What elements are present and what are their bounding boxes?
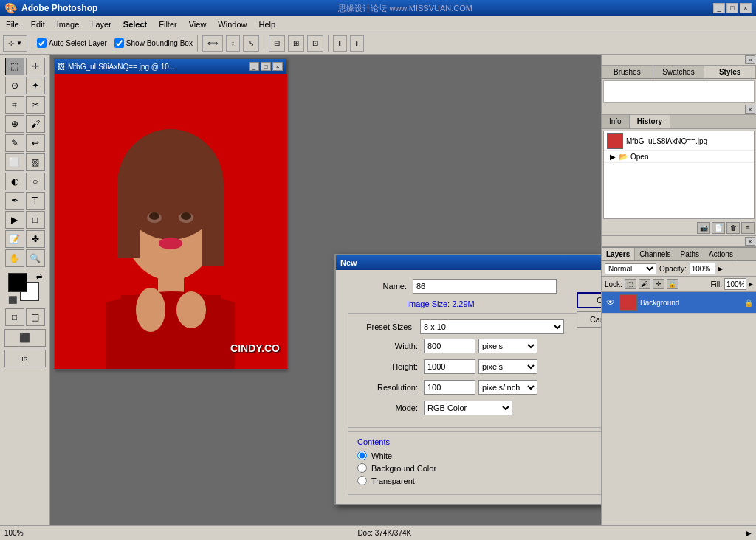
distribute-btn-1[interactable]: ⫿	[333, 35, 347, 52]
transform-btn-1[interactable]: ⟺	[202, 35, 223, 52]
standard-mode[interactable]: □	[5, 308, 24, 326]
width-input[interactable]	[424, 339, 475, 353]
panel-2-close-btn[interactable]: ×	[745, 105, 755, 114]
eraser-tool[interactable]: ⬜	[5, 153, 24, 171]
lasso-tool[interactable]: ⊙	[5, 77, 24, 94]
text-tool[interactable]: T	[26, 192, 45, 210]
quick-mask-mode[interactable]: ◫	[26, 308, 45, 326]
history-delete[interactable]: 🗑	[726, 222, 740, 234]
notes-tool[interactable]: 📝	[5, 230, 24, 248]
gradient-tool[interactable]: ▨	[26, 153, 45, 171]
lock-all-btn[interactable]: 🔒	[667, 279, 678, 289]
history-brush-tool[interactable]: ↩	[26, 134, 45, 152]
auto-select-layer-check[interactable]: Auto Select Layer	[37, 38, 107, 48]
height-input[interactable]	[424, 359, 475, 374]
menu-filter[interactable]: Filter	[153, 18, 182, 30]
history-new-document[interactable]: 📄	[712, 222, 725, 234]
brush-tool[interactable]: 🖌	[26, 115, 45, 133]
align-btn-2[interactable]: ⊞	[288, 35, 304, 52]
move-tool-btn[interactable]: ⊹ ▼	[3, 35, 27, 52]
tab-paths[interactable]: Paths	[676, 248, 705, 260]
menu-file[interactable]: File	[0, 18, 25, 30]
default-colors[interactable]: ⬛	[8, 296, 17, 304]
menu-layer[interactable]: Layer	[85, 18, 117, 30]
layer-item-background[interactable]: 👁 Background 🔒	[602, 292, 756, 314]
fill-input[interactable]	[724, 278, 746, 290]
mode-select[interactable]: RGB Color CMYK Color Grayscale	[424, 401, 512, 415]
clone-stamp-tool[interactable]: ✎	[5, 134, 24, 152]
selection-tool[interactable]: ⬚	[5, 58, 24, 75]
blend-mode-select[interactable]: Normal Multiply Screen	[605, 263, 656, 274]
history-new-snapshot[interactable]: 📷	[697, 222, 710, 234]
move-tool[interactable]: ✛	[26, 58, 45, 75]
heal-tool[interactable]: ⊕	[5, 115, 24, 133]
resolution-unit-select[interactable]: pixels/inch pixels/cm	[478, 380, 537, 395]
imageready-btn[interactable]: IR	[4, 350, 46, 367]
cancel-button[interactable]: Cancel	[577, 311, 601, 328]
lock-move-btn[interactable]: ✛	[653, 279, 664, 289]
distribute-btn-2[interactable]: ⫾	[350, 35, 364, 52]
pen-tool[interactable]: ✒	[5, 192, 24, 210]
dodge-tool[interactable]: ○	[26, 173, 45, 190]
hand-tool[interactable]: ✋	[5, 249, 24, 267]
ok-button[interactable]: OK	[577, 292, 601, 308]
menu-view[interactable]: View	[183, 18, 213, 30]
menu-edit[interactable]: Edit	[25, 18, 51, 30]
tab-channels[interactable]: Channels	[635, 248, 676, 260]
tab-actions[interactable]: Actions	[704, 248, 738, 260]
panel-3-close-btn[interactable]: ×	[745, 237, 755, 246]
bounding-box-checkbox[interactable]	[114, 38, 124, 48]
fill-arrow[interactable]: ▶	[749, 281, 753, 288]
slice-tool[interactable]: ✂	[26, 96, 45, 114]
menu-select[interactable]: Select	[117, 18, 153, 30]
show-bounding-box-check[interactable]: Show Bounding Box	[114, 38, 193, 48]
auto-select-checkbox[interactable]	[37, 38, 47, 48]
history-item-open[interactable]: ▶ 📂 Open	[604, 151, 754, 163]
tab-layers[interactable]: Layers	[602, 248, 635, 260]
blur-tool[interactable]: ◐	[5, 173, 24, 190]
close-button[interactable]: ×	[740, 3, 752, 13]
history-menu[interactable]: ≡	[741, 222, 755, 234]
eyedropper-tool[interactable]: ✤	[26, 230, 45, 248]
screen-mode-btn[interactable]: ⬛	[4, 329, 46, 347]
tab-styles[interactable]: Styles	[704, 66, 756, 78]
tab-brushes[interactable]: Brushes	[602, 66, 653, 78]
opacity-input[interactable]	[690, 263, 715, 274]
align-btn-3[interactable]: ⊡	[307, 35, 323, 52]
image-window-controls[interactable]: _ □ ×	[249, 62, 283, 71]
width-unit-select[interactable]: pixels inches cm	[478, 339, 537, 353]
tab-info[interactable]: Info	[602, 115, 630, 128]
zoom-tool[interactable]: 🔍	[26, 249, 45, 267]
tab-history[interactable]: History	[630, 115, 670, 128]
opacity-arrow[interactable]: ▶	[718, 266, 723, 272]
menu-help[interactable]: Help	[252, 18, 281, 30]
transform-btn-2[interactable]: ↕	[226, 35, 240, 52]
magic-wand-tool[interactable]: ✦	[26, 77, 45, 94]
menu-window[interactable]: Window	[212, 18, 252, 30]
path-select-tool[interactable]: ▶	[5, 211, 24, 229]
image-maximize[interactable]: □	[261, 62, 271, 71]
lock-transparent-btn[interactable]: ⬚	[625, 279, 636, 289]
radio-transparent[interactable]	[357, 476, 367, 485]
foreground-color-swatch[interactable]	[8, 273, 27, 292]
panel-close-btn[interactable]: ×	[745, 55, 755, 64]
name-input[interactable]	[413, 279, 557, 294]
maximize-button[interactable]: □	[726, 3, 738, 13]
shape-tool[interactable]: □	[26, 211, 45, 229]
menu-image[interactable]: Image	[51, 18, 86, 30]
preset-sizes-select[interactable]: 8 x 10	[420, 319, 564, 334]
layer-visibility-icon[interactable]: 👁	[605, 297, 616, 308]
image-close[interactable]: ×	[272, 62, 283, 71]
lock-paint-btn[interactable]: 🖌	[639, 279, 650, 289]
resolution-input[interactable]	[424, 380, 475, 395]
minimize-button[interactable]: _	[713, 3, 725, 13]
image-minimize[interactable]: _	[249, 62, 259, 71]
status-arrow[interactable]: ▶	[746, 529, 752, 537]
height-unit-select[interactable]: pixels inches cm	[478, 359, 537, 374]
align-btn-1[interactable]: ⊟	[269, 35, 285, 52]
transform-btn-3[interactable]: ⤡	[243, 35, 259, 52]
radio-background-color[interactable]	[357, 463, 367, 473]
history-item-file[interactable]: MfbG_uLS8iAxNQ==.jpg	[604, 131, 754, 151]
tab-swatches[interactable]: Swatches	[653, 66, 705, 78]
crop-tool[interactable]: ⌗	[5, 96, 24, 114]
